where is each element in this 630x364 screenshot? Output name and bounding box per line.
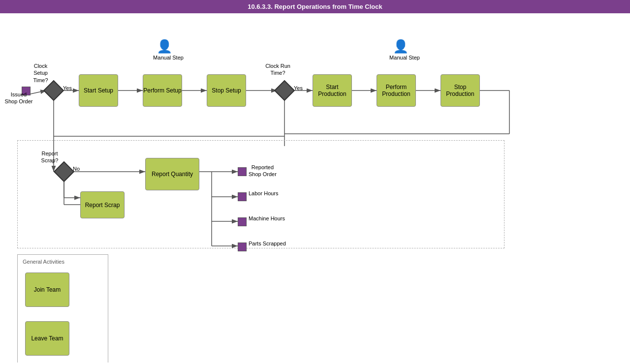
start-production-node: Start Production [313,74,352,107]
report-scrap-q-label: ReportScrap? [37,150,63,164]
stop-production-node: Stop Production [441,74,480,107]
clock-run-diamond [274,80,295,101]
perform-setup-node: Perform Setup [143,74,182,107]
diagram-area: Issued Shop Order ClockSetupTime? Yes 👤 … [0,13,630,363]
labor-hours-node [238,192,247,201]
page-title: 10.6.3.3. Report Operations from Time Cl… [248,3,382,10]
issued-shop-order-label: Issued Shop Order [4,91,33,105]
machine-hours-node [238,217,247,226]
leave-team-node: Leave Team [25,321,69,356]
machine-hours-label: Machine Hours [249,215,285,221]
stop-setup-node: Stop Setup [207,74,246,107]
report-scrap-no: No [73,166,80,172]
parts-scrapped-label: Parts Scrapped [249,241,286,246]
start-setup-node: Start Setup [79,74,118,107]
parts-scrapped-node [238,243,247,251]
clock-setup-yes: Yes [63,85,72,91]
manual-step-1-label: Manual Step [149,55,188,61]
report-scrap-node: Report Scrap [80,191,125,218]
manual-step-1-icon: 👤 [157,39,172,54]
manual-step-2-label: Manual Step [385,55,424,61]
clock-setup-label: ClockSetupTime? [27,62,54,84]
clock-run-label: Clock RunTime? [262,62,294,77]
report-quantity-node: Report Quantity [145,158,199,190]
reported-shop-order-label: ReportedShop Order [249,164,277,178]
join-team-node: Join Team [25,273,69,307]
title-bar: 10.6.3.3. Report Operations from Time Cl… [0,0,630,13]
labor-hours-label: Labor Hours [249,190,279,196]
clock-run-yes: Yes [294,85,303,91]
manual-step-2-icon: 👤 [393,39,409,54]
perform-production-node: Perform Production [377,74,416,107]
general-activities-label: General Activities [23,259,64,265]
general-activities-box: General Activities Join Team Leave Team [17,254,108,363]
reported-shop-order-node [238,167,247,176]
